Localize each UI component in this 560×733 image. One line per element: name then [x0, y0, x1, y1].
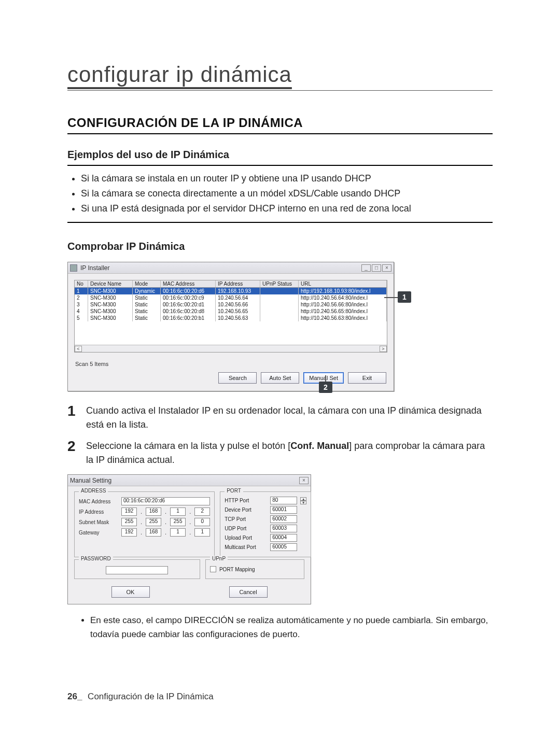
cell: Static [133, 315, 161, 321]
tcp-port-field[interactable]: 60002 [270, 515, 297, 523]
col-upnp[interactable]: UPnP Status [260, 280, 299, 287]
col-device[interactable]: Device Name [88, 280, 133, 287]
ok-button[interactable]: OK [111, 586, 150, 598]
port-label: Multicast Port [225, 544, 267, 550]
multicast-port-field[interactable]: 60005 [270, 543, 297, 551]
cell [260, 315, 299, 321]
port-group: PORT HTTP Port 80 ▲▼ Device Port 60001 T… [220, 491, 311, 557]
close-button[interactable]: × [299, 477, 309, 484]
subnet-octet[interactable]: 255 [121, 518, 137, 526]
ip-octet[interactable]: 1 [170, 508, 186, 516]
cell: 10.240.56.63 [216, 315, 260, 321]
col-mode[interactable]: Mode [133, 280, 161, 287]
app-icon [70, 264, 77, 272]
subheading-check: Comprobar IP Dinámica [67, 241, 493, 252]
minimize-button[interactable]: _ [361, 264, 371, 272]
port-mapping-label: PORT Mapping [219, 567, 255, 572]
subnet-octet[interactable]: 0 [194, 518, 210, 526]
exit-button[interactable]: Exit [348, 372, 386, 384]
gateway-octet[interactable]: 1 [194, 528, 210, 537]
cell: 00:16:6c:00:20:c9 [161, 294, 216, 301]
step-text: Cuando activa el Instalador IP en su ord… [86, 404, 493, 432]
section-heading: CONFIGURACIÓN DE LA IP DINÁMICA [67, 116, 493, 134]
search-button[interactable]: Search [218, 372, 257, 384]
cell: 10.240.56.64 [216, 294, 260, 301]
titlebar: IP Installer _ □ × [68, 262, 394, 274]
callout-badge-2: 2 [319, 382, 332, 393]
col-ip[interactable]: IP Address [216, 280, 260, 287]
cell: http://10.240.56.65:80/index.l [299, 308, 387, 315]
window-title: Manual Setting [70, 477, 111, 484]
group-title: ADDRESS [79, 488, 108, 494]
table-row[interactable]: 4 SNC-M300 Static 00:16:6c:00:20:d8 10.2… [75, 308, 387, 315]
cell: SNC-M300 [88, 288, 133, 294]
cell: http://10.240.56.63:80/index.l [299, 315, 387, 321]
auto-set-button[interactable]: Auto Set [261, 372, 299, 384]
cell: Static [133, 294, 161, 301]
callout-line [384, 297, 398, 298]
subnet-octet[interactable]: 255 [170, 518, 186, 526]
port-label: Device Port [225, 507, 267, 513]
col-url[interactable]: URL [299, 280, 387, 287]
cell: 10.240.56.65 [216, 308, 260, 315]
callout-line [325, 375, 326, 382]
device-table: No Device Name Mode MAC Address IP Addre… [74, 280, 387, 353]
divider [67, 165, 493, 166]
cell: 5 [75, 315, 88, 321]
cancel-button[interactable]: Cancel [229, 586, 268, 598]
password-group: PASSWORD [74, 559, 200, 579]
horizontal-scrollbar[interactable]: < > [75, 345, 387, 352]
ip-octet[interactable]: 2 [194, 508, 210, 516]
mac-label: MAC Address [79, 499, 118, 504]
table-body: 1 SNC-M300 Dynamic 00:16:6c:00:20:d6 192… [75, 288, 387, 321]
page-banner: configurar ip dinámica [67, 62, 493, 91]
ip-octet[interactable]: 168 [146, 508, 161, 516]
list-item: Si una IP está designada por el servidor… [81, 201, 493, 216]
gateway-octet[interactable]: 168 [146, 528, 161, 537]
scroll-left-button[interactable]: < [75, 346, 82, 352]
mac-field[interactable]: 00:16:6c:00:20:d6 [121, 497, 210, 505]
udp-port-field[interactable]: 60003 [270, 525, 297, 532]
window-title: IP Installer [80, 264, 109, 272]
step-2: 2 Seleccione la cámara en la lista y pul… [67, 439, 493, 467]
callout-badge-1: 1 [398, 291, 411, 303]
cell [260, 288, 299, 294]
table-row[interactable]: 3 SNC-M300 Static 00:16:6c:00:20:d1 10.2… [75, 301, 387, 308]
table-row[interactable]: 2 SNC-M300 Static 00:16:6c:00:20:c9 10.2… [75, 294, 387, 301]
password-field[interactable] [106, 566, 168, 574]
subheading-examples: Ejemplos del uso de IP Dinámica [67, 149, 493, 161]
ip-octet[interactable]: 192 [121, 508, 137, 516]
device-port-field[interactable]: 60001 [270, 506, 297, 514]
port-mapping-checkbox[interactable] [210, 566, 216, 572]
gateway-octet[interactable]: 192 [121, 528, 137, 537]
col-no[interactable]: No [75, 280, 88, 287]
subnet-octet[interactable]: 255 [146, 518, 161, 526]
table-row[interactable]: 1 SNC-M300 Dynamic 00:16:6c:00:20:d6 192… [75, 288, 387, 294]
step-1: 1 Cuando activa el Instalador IP en su o… [67, 404, 493, 432]
step-number: 2 [67, 439, 79, 467]
step-text: Seleccione la cámara en la lista y pulse… [86, 439, 493, 467]
upnp-group: UPnP PORT Mapping [205, 559, 304, 579]
steps: 1 Cuando activa el Instalador IP en su o… [67, 404, 493, 467]
manual-setting-window: Manual Setting × ADDRESS MAC Address 00:… [67, 474, 311, 604]
table-row[interactable]: 5 SNC-M300 Static 00:16:6c:00:20:b1 10.2… [75, 315, 387, 321]
port-label: TCP Port [225, 516, 267, 522]
http-port-field[interactable]: 80 [270, 497, 297, 504]
cell: 4 [75, 308, 88, 315]
scroll-right-button[interactable]: > [380, 346, 387, 352]
cell: SNC-M300 [88, 308, 133, 315]
port-spinner[interactable]: ▲▼ [300, 497, 306, 504]
maximize-button[interactable]: □ [372, 264, 381, 272]
titlebar: Manual Setting × [68, 475, 311, 486]
port-label: UDP Port [225, 526, 267, 531]
cell: Dynamic [133, 288, 161, 294]
col-mac[interactable]: MAC Address [161, 280, 216, 287]
upload-port-field[interactable]: 60004 [270, 534, 297, 542]
table-header: No Device Name Mode MAC Address IP Addre… [75, 280, 387, 288]
close-button[interactable]: × [382, 264, 391, 272]
gateway-octet[interactable]: 1 [170, 528, 186, 537]
cell: 00:16:6c:00:20:d6 [161, 288, 216, 294]
page-footer: 26_ Configuración de la IP Dinámica [67, 692, 214, 702]
cell: 2 [75, 294, 88, 301]
step-text-part: Seleccione la cámara en la lista y pulse… [86, 441, 290, 451]
